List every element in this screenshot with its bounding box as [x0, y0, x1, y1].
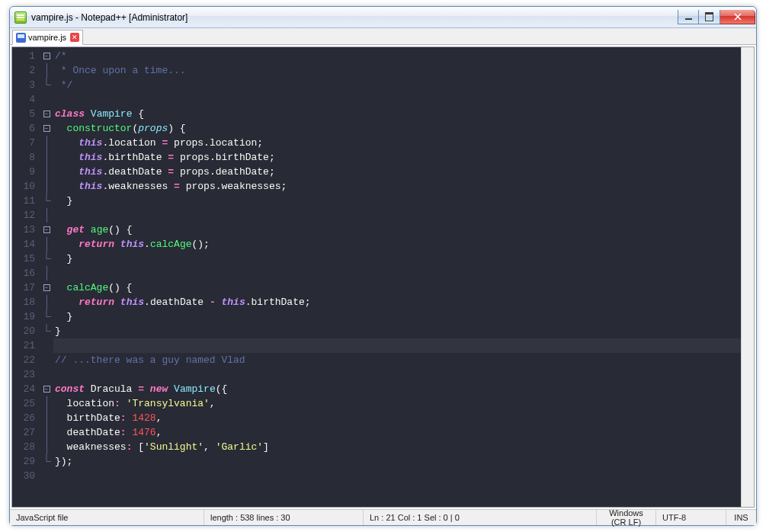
fold-toggle-icon[interactable]: −	[43, 284, 50, 291]
fold-cell	[40, 411, 53, 425]
fold-cell: −	[40, 121, 53, 136]
fold-cell	[40, 92, 53, 107]
editor-container: 1234567891011121314151617181920212223242…	[11, 46, 755, 508]
status-bar: JavaScript file length : 538 lines : 30 …	[10, 509, 756, 525]
code-line[interactable]	[55, 208, 741, 223]
code-line[interactable]	[55, 469, 741, 483]
line-number[interactable]: 9	[12, 165, 35, 179]
code-line[interactable]: location: 'Transylvania',	[55, 396, 741, 411]
fold-cell	[40, 367, 53, 382]
line-number[interactable]: 5	[12, 107, 35, 121]
code-line[interactable]: return this.calcAge();	[55, 237, 741, 252]
status-length: length : 538 lines : 30	[204, 510, 364, 525]
fold-cell	[40, 353, 53, 367]
code-line[interactable]: });	[55, 454, 741, 469]
fold-cell	[40, 165, 53, 179]
code-line[interactable]: }	[55, 324, 741, 338]
line-number[interactable]: 1	[12, 49, 35, 63]
line-number[interactable]: 18	[12, 295, 35, 309]
code-line[interactable]: calcAge() {	[55, 280, 741, 295]
code-line[interactable]: this.birthDate = props.birthDate;	[55, 150, 741, 165]
line-number[interactable]: 19	[12, 309, 35, 324]
line-number[interactable]: 10	[12, 179, 35, 194]
file-tab-vampire[interactable]: vampire.js ✕	[12, 30, 83, 45]
line-number[interactable]: 30	[12, 469, 35, 483]
line-number[interactable]: 25	[12, 396, 35, 411]
file-tab-bar[interactable]: vampire.js ✕	[10, 28, 756, 45]
close-icon	[733, 13, 742, 21]
line-number[interactable]: 12	[12, 208, 35, 223]
fold-toggle-icon[interactable]: −	[43, 125, 50, 132]
fold-toggle-icon[interactable]: −	[43, 226, 50, 233]
fold-cell	[40, 179, 53, 194]
fold-cell	[40, 425, 53, 440]
code-line[interactable]: weaknesses: ['Sunlight', 'Garlic']	[55, 440, 741, 454]
code-line[interactable]: get age() {	[55, 223, 741, 237]
line-number[interactable]: 6	[12, 121, 35, 136]
line-number-gutter[interactable]: 1234567891011121314151617181920212223242…	[12, 47, 40, 507]
code-line[interactable]: // ...there was a guy named Vlad	[55, 353, 741, 367]
code-line[interactable]	[55, 367, 741, 382]
code-editor[interactable]: 1234567891011121314151617181920212223242…	[12, 47, 754, 507]
line-number[interactable]: 21	[12, 338, 35, 353]
line-number[interactable]: 16	[12, 266, 35, 280]
maximize-button[interactable]	[699, 10, 720, 24]
titlebar[interactable]: vampire.js - Notepad++ [Administrator]	[10, 7, 756, 28]
code-line[interactable]: return this.deathDate - this.birthDate;	[55, 295, 741, 309]
line-number[interactable]: 29	[12, 454, 35, 469]
code-area[interactable]: /* * Once upon a time... */ class Vampir…	[53, 47, 741, 507]
code-line[interactable]: */	[55, 78, 741, 92]
line-number[interactable]: 27	[12, 425, 35, 440]
line-number[interactable]: 7	[12, 136, 35, 150]
minimize-button[interactable]	[678, 10, 699, 24]
line-number[interactable]: 4	[12, 92, 35, 107]
code-line[interactable]: this.deathDate = props.deathDate;	[55, 165, 741, 179]
line-number[interactable]: 23	[12, 367, 35, 382]
code-line[interactable]: constructor(props) {	[55, 121, 741, 136]
code-line[interactable]: }	[55, 252, 741, 266]
code-line[interactable]: /*	[55, 49, 741, 63]
code-line[interactable]: class Vampire {	[55, 107, 741, 121]
line-number[interactable]: 22	[12, 353, 35, 367]
line-number[interactable]: 2	[12, 63, 35, 78]
code-line[interactable]: }	[55, 309, 741, 324]
line-number[interactable]: 3	[12, 78, 35, 92]
code-line[interactable]	[55, 266, 741, 280]
line-number[interactable]: 28	[12, 440, 35, 454]
tab-close-icon[interactable]: ✕	[70, 33, 79, 42]
line-number[interactable]: 17	[12, 280, 35, 295]
code-line[interactable]: birthDate: 1428,	[55, 411, 741, 425]
code-line[interactable]: this.location = props.location;	[55, 136, 741, 150]
code-line[interactable]: this.weaknesses = props.weaknesses;	[55, 179, 741, 194]
line-number[interactable]: 26	[12, 411, 35, 425]
line-number[interactable]: 20	[12, 324, 35, 338]
line-number[interactable]: 24	[12, 382, 35, 396]
vertical-scrollbar[interactable]	[741, 47, 754, 507]
line-number[interactable]: 11	[12, 194, 35, 208]
fold-cell	[40, 208, 53, 223]
code-line[interactable]: deathDate: 1476,	[55, 425, 741, 440]
code-line[interactable]: const Dracula = new Vampire({	[55, 382, 741, 396]
fold-cell	[40, 150, 53, 165]
window-title: vampire.js - Notepad++ [Administrator]	[31, 12, 187, 23]
fold-cell	[40, 78, 53, 92]
fold-toggle-icon[interactable]: −	[43, 53, 50, 59]
code-line[interactable]: }	[55, 194, 741, 208]
fold-gutter[interactable]: −−−−−−	[40, 47, 53, 507]
close-button[interactable]	[720, 10, 755, 24]
status-eol: Windows (CR LF)	[597, 510, 656, 525]
line-number[interactable]: 13	[12, 223, 35, 237]
fold-toggle-icon[interactable]: −	[43, 111, 50, 117]
fold-cell: −	[40, 223, 53, 237]
fold-cell: −	[40, 280, 53, 295]
line-number[interactable]: 8	[12, 150, 35, 165]
code-line[interactable]: * Once upon a time...	[55, 63, 741, 78]
fold-cell	[40, 324, 53, 338]
app-window: vampire.js - Notepad++ [Administrator] v…	[9, 6, 757, 526]
line-number[interactable]: 14	[12, 237, 35, 252]
fold-toggle-icon[interactable]: −	[43, 386, 50, 393]
line-number[interactable]: 15	[12, 252, 35, 266]
status-encoding: UTF-8	[656, 510, 726, 525]
fold-cell	[40, 338, 53, 353]
code-line[interactable]	[55, 92, 741, 107]
